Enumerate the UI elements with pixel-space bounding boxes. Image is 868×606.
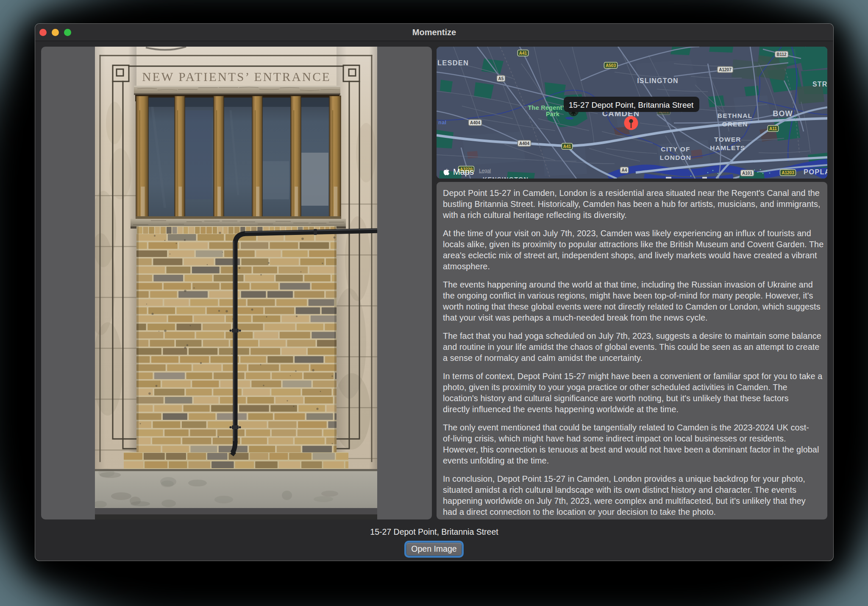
svg-text:A404: A404 bbox=[470, 120, 480, 125]
svg-text:BETHNAL: BETHNAL bbox=[718, 112, 752, 119]
svg-text:BOW: BOW bbox=[773, 109, 793, 118]
svg-text:A41: A41 bbox=[563, 144, 571, 149]
svg-text:B112: B112 bbox=[776, 52, 787, 57]
svg-text:A101: A101 bbox=[742, 171, 752, 176]
svg-text:A1207: A1207 bbox=[719, 67, 732, 72]
svg-text:15-27 Depot Point, Britannia S: 15-27 Depot Point, Britannia Street bbox=[569, 101, 694, 109]
svg-text:Park: Park bbox=[546, 111, 560, 117]
svg-text:A41: A41 bbox=[519, 51, 527, 56]
svg-text:A4: A4 bbox=[622, 168, 627, 173]
svg-text:Maps: Maps bbox=[453, 167, 474, 176]
svg-text:A404: A404 bbox=[519, 141, 529, 146]
svg-text:LESDEN: LESDEN bbox=[437, 59, 469, 67]
svg-text:CITY OF: CITY OF bbox=[661, 145, 690, 153]
svg-text:The Regent’s: The Regent’s bbox=[528, 104, 568, 111]
svg-text:A5: A5 bbox=[498, 76, 504, 81]
svg-text:LONDON: LONDON bbox=[660, 154, 691, 161]
svg-text:KENSINGTON: KENSINGTON bbox=[483, 176, 529, 179]
svg-text:GREEN: GREEN bbox=[722, 120, 748, 128]
svg-text:ISLINGTON: ISLINGTON bbox=[637, 77, 679, 84]
svg-text:POPLAR: POPLAR bbox=[804, 168, 827, 176]
svg-text:A11: A11 bbox=[769, 126, 777, 131]
svg-text:A1203: A1203 bbox=[782, 170, 794, 175]
svg-text:A503: A503 bbox=[606, 63, 616, 68]
svg-text:NEW PATIENTS’ ENTRANCE: NEW PATIENTS’ ENTRANCE bbox=[142, 70, 331, 84]
svg-text:nal: nal bbox=[438, 120, 447, 126]
svg-text:STRATFORD: STRATFORD bbox=[812, 81, 827, 88]
svg-text:HAMLETS: HAMLETS bbox=[710, 144, 745, 151]
svg-text:TOWER: TOWER bbox=[714, 136, 741, 143]
svg-text:Legal: Legal bbox=[479, 168, 491, 173]
